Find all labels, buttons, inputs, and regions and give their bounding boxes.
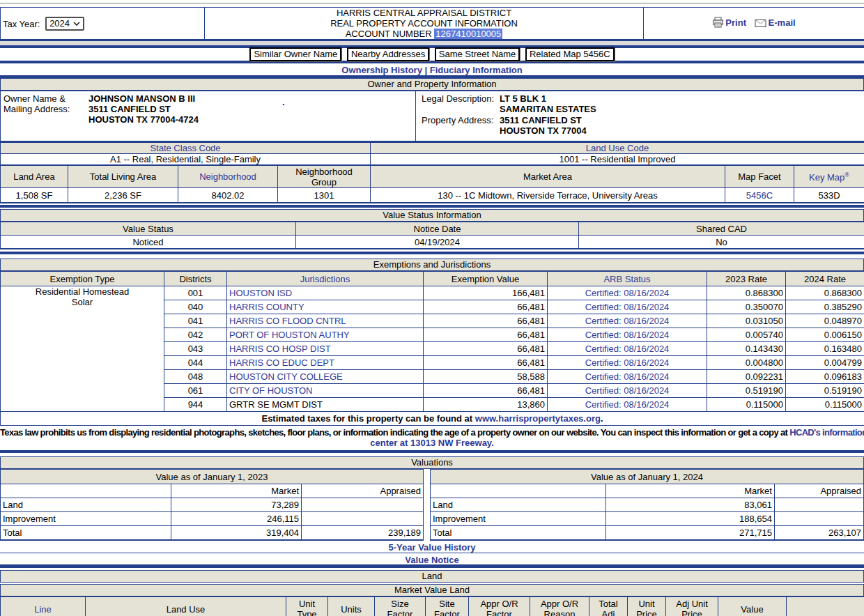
title-line1: HARRIS CENTRAL APPRAISAL DISTRICT [207, 8, 641, 18]
email-link[interactable]: E-mail [755, 17, 796, 28]
similar-owner-name-button[interactable]: Similar Owner Name [249, 47, 341, 61]
arb-status-link[interactable]: Certified: 08/16/2024 [548, 384, 707, 398]
land-area-value: 1,508 SF [1, 188, 68, 203]
market-col-header: Market [171, 484, 302, 498]
jurisdiction-link[interactable]: HARRIS CO EDUC DEPT [227, 356, 424, 370]
improvement-appraised-value [302, 512, 424, 526]
rate-2024: 0.385290 [786, 300, 864, 314]
exemption-value: 58,588 [424, 370, 548, 384]
property-address-label: Property Address: [418, 115, 500, 136]
district-code: 944 [164, 398, 227, 412]
estimated-taxes-note: Estimated taxes for this property can be… [1, 412, 864, 426]
jurisdictions-col[interactable]: Jurisdictions [227, 272, 424, 286]
fiduciary-information-link[interactable]: Fiduciary Information [430, 65, 523, 75]
neighborhood-header[interactable]: Neighborhood [178, 166, 278, 188]
land-use-code-value: 1001 -- Residential Improved [371, 154, 864, 165]
print-email-cell: Print E-mail [644, 8, 864, 40]
rate-2024: 0.096183 [786, 370, 864, 384]
improvement-market-value: 188,654 [605, 512, 774, 526]
hcad-info-center-link2[interactable]: center at 13013 NW Freeway. [370, 438, 494, 448]
related-map-button[interactable]: Related Map 5456C [525, 47, 615, 61]
improvement-appraised-value [774, 512, 863, 526]
five-year-history-row: 5-Year Value History [0, 541, 864, 553]
property-address-value: 3511 CANFIELD ST HOUSTON TX 77004 [500, 115, 587, 136]
jurisdiction-link[interactable]: HOUSTON CITY COLLEGE [227, 370, 424, 384]
districts-col: Districts [164, 272, 227, 286]
value-status-col-header: Value Status [1, 222, 296, 236]
jurisdiction-link[interactable]: PORT OF HOUSTON AUTHY [227, 328, 424, 342]
account-number: 1267410010005 [434, 29, 502, 39]
valuation-2024-table: Value as of January 1, 2024 Market Appra… [430, 469, 864, 541]
title-line2: REAL PROPERTY ACCOUNT INFORMATION [207, 18, 641, 29]
value-notice-row: Value Notice [0, 553, 864, 564]
key-map-header[interactable]: Key Map® [794, 166, 864, 188]
district-code: 001 [164, 286, 227, 300]
arb-status-link[interactable]: Certified: 08/16/2024 [548, 328, 707, 342]
five-year-value-history-link[interactable]: 5-Year Value History [388, 542, 475, 553]
district-code: 040 [164, 300, 227, 314]
rate-2023: 0.004800 [707, 356, 786, 370]
quick-links-row: Ownership History | Fiduciary Informatio… [0, 63, 864, 75]
arb-status-link[interactable]: Certified: 08/16/2024 [548, 342, 707, 356]
arb-status-col[interactable]: ARB Status [548, 272, 707, 286]
same-street-name-button[interactable]: Same Street Name [435, 47, 520, 61]
dot-link[interactable]: . [282, 97, 285, 107]
link-separator: | [425, 65, 428, 75]
rate-2023: 0.519190 [707, 384, 786, 398]
market-col-header: Market [605, 484, 774, 498]
land-appraised-value [774, 498, 863, 512]
unit-type-col-header: UnitType [286, 597, 328, 616]
valuations-tables: Value as of January 1, 2023 Market Appra… [0, 469, 864, 541]
arb-status-link[interactable]: Certified: 08/16/2024 [548, 398, 707, 412]
nearby-addresses-button[interactable]: Nearby Addresses [347, 47, 429, 61]
market-area-value: 130 -- 1C Midtown, Riverside Terrace, Un… [371, 188, 725, 203]
total-adj-col-header: TotalAdj [589, 597, 628, 616]
rate-2024: 0.004799 [786, 356, 864, 370]
tax-year-cell: Tax Year: 2024 [1, 8, 205, 40]
land-market-value: 73,289 [171, 498, 302, 512]
jurisdiction-name: GRTR SE MGMT DIST [227, 398, 424, 412]
jurisdiction-link[interactable]: HARRIS CO HOSP DIST [227, 342, 424, 356]
line-col-header[interactable]: Line [1, 597, 86, 616]
tax-year-select[interactable]: 2024 [45, 17, 84, 31]
jurisdiction-link[interactable]: CITY OF HOUSTON [227, 384, 424, 398]
arb-status-link[interactable]: Certified: 08/16/2024 [548, 300, 707, 314]
jurisdiction-link[interactable]: HARRIS CO FLOOD CNTRL [227, 314, 424, 328]
exemption-value: 66,481 [424, 300, 548, 314]
exemption-type-col: Exemption Type [1, 272, 164, 286]
hcad-info-center-link[interactable]: HCAD's information [789, 427, 864, 438]
legal-description-label: Legal Description: [418, 93, 500, 114]
jurisdiction-link[interactable]: HOUSTON ISD [227, 286, 424, 300]
rate-2023: 0.868300 [707, 286, 786, 300]
notice-date-col-header: Notice Date [296, 222, 579, 236]
land-row-label: Land [1, 498, 171, 512]
shared-cad-value: No [579, 236, 864, 249]
exemption-value: 66,481 [424, 314, 548, 328]
ownership-history-link[interactable]: Ownership History [341, 65, 422, 75]
total-appraised-value: 239,189 [302, 526, 424, 541]
print-link[interactable]: Print [712, 17, 746, 28]
jurisdiction-link[interactable]: HARRIS COUNTY [227, 300, 424, 314]
total-living-area-header: Total Living Area [68, 166, 178, 188]
map-facet-header: Map Facet [725, 166, 794, 188]
exemption-value: 66,481 [424, 342, 548, 356]
land-use-code-header[interactable]: Land Use Code [371, 143, 864, 154]
neighborhood-group-value: 1301 [278, 188, 371, 203]
arb-status-link[interactable]: Certified: 08/16/2024 [548, 356, 707, 370]
value-status-table: Value Status Notice Date Shared CAD Noti… [0, 222, 864, 249]
exemption-value: 13,860 [424, 398, 548, 412]
total-market-value: 319,404 [171, 526, 302, 541]
exemptions-table: Exemption Type Districts Jurisdictions E… [0, 271, 864, 426]
harrispropertytaxes-link[interactable]: www.harrispropertytaxes.org [475, 413, 601, 424]
arb-status-link[interactable]: Certified: 08/16/2024 [548, 286, 707, 300]
arb-status-link[interactable]: Certified: 08/16/2024 [548, 314, 707, 328]
value-notice-link[interactable]: Value Notice [405, 555, 458, 565]
state-class-code-header[interactable]: State Class Code [1, 143, 371, 154]
map-facet-value[interactable]: 5456C [725, 188, 794, 203]
print-icon [712, 17, 724, 28]
arb-status-link[interactable]: Certified: 08/16/2024 [548, 370, 707, 384]
market-area-header: Market Area [371, 166, 725, 188]
page-title: HARRIS CENTRAL APPRAISAL DISTRICT REAL P… [205, 8, 644, 40]
section-bar [0, 252, 864, 254]
land-appraised-value [302, 498, 424, 512]
